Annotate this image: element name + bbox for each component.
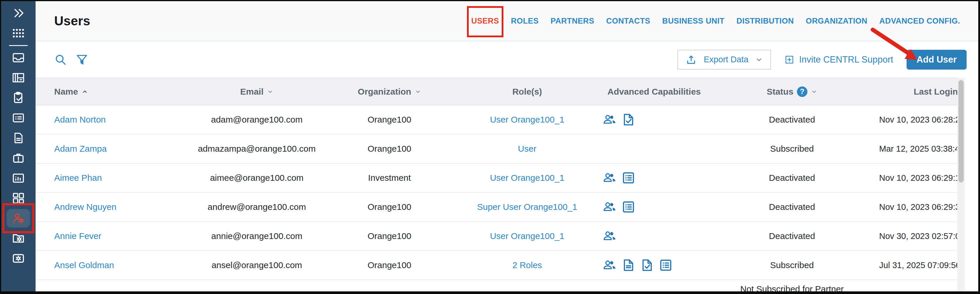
user-organization: Orange100	[327, 202, 452, 212]
users-table: Name Email Organization Role(s)	[35, 78, 957, 291]
collapse-chevrons-icon[interactable]	[1, 3, 35, 23]
sidebar	[1, 1, 35, 291]
user-organization: Orange100	[327, 144, 452, 154]
chevron-down-icon	[755, 56, 763, 63]
user-name-link[interactable]: Adam Norton	[54, 115, 187, 125]
report-chart-icon[interactable]	[1, 168, 35, 188]
dashboard-icon[interactable]	[1, 188, 35, 208]
column-header-capabilities: Advanced Capabilities	[602, 87, 706, 96]
scrollbar-thumb[interactable]	[958, 80, 964, 182]
table-clip: Name Email Organization Role(s)	[35, 78, 957, 291]
column-header-organization[interactable]: Organization	[327, 87, 452, 96]
user-last-login: Nov 10, 2023 06:28:2	[878, 115, 957, 125]
column-header-status[interactable]: Status ?	[706, 87, 878, 97]
user-name-link[interactable]: Adam Zampa	[54, 144, 187, 154]
media-settings-icon[interactable]	[1, 248, 35, 269]
user-status: Subscribed	[706, 144, 878, 154]
user-status: Deactivated	[706, 202, 878, 212]
table-row: Adam Norton adam@orange100.com Orange100…	[35, 105, 957, 134]
user-name-link[interactable]: Aimee Phan	[54, 173, 187, 183]
inbox-icon[interactable]	[1, 47, 35, 68]
user-roles-link[interactable]: 2 Roles	[452, 260, 602, 270]
user-email: ansel@orange100.com	[187, 260, 327, 270]
apps-grid-icon[interactable]	[1, 23, 35, 43]
user-roles-link[interactable]: User Orange100_1	[452, 231, 602, 241]
sort-chevron-icon	[811, 89, 817, 95]
user-last-login: Nov 10, 2023 06:29:3	[878, 202, 957, 212]
user-last-login: Jul 31, 2025 07:09:56	[878, 261, 957, 270]
column-header-roles[interactable]: Role(s)	[452, 87, 602, 96]
user-organization: Orange100	[327, 231, 452, 241]
data-table-icon[interactable]	[1, 68, 35, 88]
tab-business-unit[interactable]: BUSINESS UNIT	[662, 17, 725, 25]
tab-organization[interactable]: ORGANIZATION	[806, 17, 867, 25]
users-icon	[603, 171, 617, 185]
document-check-icon	[640, 259, 654, 272]
user-last-login: Mar 12, 2025 03:38:4	[878, 144, 957, 154]
sidebar-divider	[9, 45, 28, 46]
user-roles-link[interactable]: Super User Orange100_1	[452, 202, 602, 212]
toolbar: Export Data Invite CENTRL Support Add Us…	[35, 41, 978, 78]
export-data-label: Export Data	[704, 55, 748, 64]
users-table-area: Name Email Organization Role(s)	[35, 78, 978, 291]
user-email: andrew@orange100.com	[187, 202, 327, 212]
tab-partners[interactable]: PARTNERS	[550, 17, 594, 25]
checklist-icon	[622, 200, 635, 213]
export-data-button[interactable]: Export Data	[678, 50, 771, 70]
filter-icon[interactable]	[76, 54, 88, 66]
user-roles-link[interactable]: User Orange100_1	[452, 115, 602, 125]
case-alert-icon[interactable]	[1, 148, 35, 168]
advanced-capabilities	[602, 171, 706, 185]
checklist-icon	[622, 171, 635, 185]
active-item-highlight	[7, 209, 30, 228]
users-icon	[603, 113, 617, 126]
page-header: Users USERS ROLES PARTNERS CONTACTS BUSI…	[35, 1, 978, 41]
users-icon	[603, 200, 617, 213]
sort-chevron-icon	[267, 89, 274, 95]
document-icon	[622, 259, 635, 272]
list-card-icon[interactable]	[1, 108, 35, 128]
user-email: admazampa@orange100.com	[187, 144, 327, 154]
user-last-login: Nov 30, 2023 02:57:0	[878, 231, 957, 241]
tab-distribution[interactable]: DISTRIBUTION	[737, 17, 794, 25]
table-row: Ansel Goldman ansel@orange100.com Orange…	[35, 251, 957, 280]
user-name-link[interactable]: Andrew Nguyen	[54, 202, 187, 212]
tab-users[interactable]: USERS	[471, 17, 499, 25]
main-content: Users USERS ROLES PARTNERS CONTACTS BUSI…	[35, 1, 978, 291]
checklist-icon	[659, 259, 673, 272]
table-row-partial: Not Subscribed for Partner	[35, 280, 957, 291]
user-settings-icon	[12, 212, 25, 225]
document-icon[interactable]	[1, 128, 35, 148]
status-help-icon[interactable]: ?	[797, 87, 807, 97]
user-name-link[interactable]: Ansel Goldman	[54, 260, 187, 270]
document-check-icon	[622, 113, 635, 126]
upload-icon	[686, 54, 697, 65]
table-row: Annie Fever annie@orange100.com Orange10…	[35, 222, 957, 251]
users-icon	[603, 259, 617, 272]
user-status: Deactivated	[706, 231, 878, 241]
advanced-capabilities	[602, 229, 706, 243]
user-name-link[interactable]: Annie Fever	[54, 231, 187, 241]
user-organization: Investment	[327, 173, 452, 183]
add-user-button[interactable]: Add User	[907, 50, 967, 70]
search-icon[interactable]	[54, 53, 67, 66]
user-roles-link[interactable]: User Orange100_1	[452, 173, 602, 183]
advanced-capabilities	[602, 113, 706, 126]
sidebar-item-user-settings[interactable]	[1, 208, 35, 228]
vertical-scrollbar[interactable]	[957, 78, 965, 291]
user-email: annie@orange100.com	[187, 231, 327, 241]
table-row: Andrew Nguyen andrew@orange100.com Orang…	[35, 193, 957, 222]
folder-settings-icon[interactable]	[1, 228, 35, 248]
user-status: Not Subscribed for Partner	[706, 280, 878, 291]
tab-contacts[interactable]: CONTACTS	[606, 17, 650, 25]
clipboard-check-icon[interactable]	[1, 88, 35, 108]
column-header-name[interactable]: Name	[54, 87, 187, 96]
tab-roles[interactable]: ROLES	[511, 17, 539, 25]
invite-centrl-support-button[interactable]: Invite CENTRL Support	[784, 54, 893, 65]
column-header-email[interactable]: Email	[187, 87, 327, 96]
tab-advanced-config[interactable]: ADVANCED CONFIG.	[880, 17, 960, 25]
users-icon	[603, 229, 617, 243]
table-header-row: Name Email Organization Role(s)	[35, 78, 957, 105]
user-roles-link[interactable]: User	[452, 144, 602, 154]
column-header-last-login[interactable]: Last Login Date	[878, 87, 957, 96]
